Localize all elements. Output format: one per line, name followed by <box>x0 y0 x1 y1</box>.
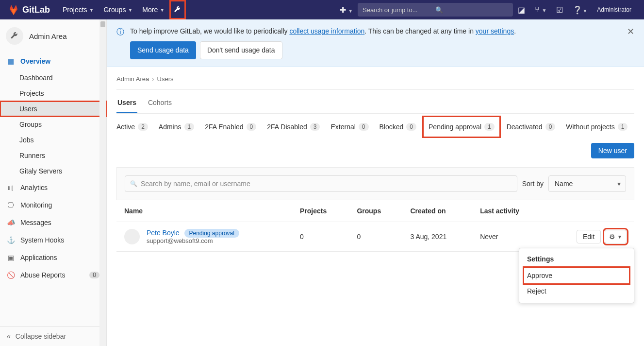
dont-send-usage-button[interactable]: Don't send usage data <box>200 41 282 59</box>
send-usage-button[interactable]: Send usage data <box>130 41 196 59</box>
megaphone-icon: 📣 <box>7 219 15 226</box>
overview-icon: ▦ <box>7 57 15 65</box>
pending-badge: Pending approval <box>184 229 239 238</box>
global-search[interactable]: Search or jump to... 🔍 <box>358 3 513 17</box>
search-icon: 🔍 <box>435 6 508 14</box>
cell-last: Never <box>472 222 546 252</box>
apps-icon: ▣ <box>7 254 15 261</box>
filter-pending-approval[interactable]: Pending approval1 <box>422 116 501 138</box>
merge-icon[interactable]: ⑂ ▼ <box>530 5 551 14</box>
analytics-icon: ⫾⫿ <box>7 184 15 191</box>
abuse-icon: 🚫 <box>7 271 15 279</box>
sidebar-hooks[interactable]: ⚓System Hooks <box>0 231 106 249</box>
sidebar-dashboard[interactable]: Dashboard <box>0 70 106 86</box>
admin-wrench-icon[interactable] <box>169 0 186 19</box>
approve-item[interactable]: Approve <box>524 268 629 283</box>
brand-label: GitLab <box>22 5 50 15</box>
sidebar-abuse[interactable]: 🚫Abuse Reports0 <box>0 266 106 284</box>
table-row: Pete Boyle Pending approval support@webs… <box>116 222 634 252</box>
filter-blocked[interactable]: Blocked0 <box>380 123 417 131</box>
filter-admins[interactable]: Admins1 <box>159 123 194 131</box>
plus-icon[interactable]: ✚ ▼ <box>335 5 358 15</box>
filter-2fa-disabled[interactable]: 2FA Disabled3 <box>267 123 320 131</box>
nav-groups[interactable]: Groups▼ <box>99 0 137 19</box>
filter-external[interactable]: External0 <box>330 123 368 131</box>
search-placeholder: Search or jump to... <box>363 6 435 14</box>
sidebar-title: Admin Area <box>29 32 67 40</box>
info-icon: ⓘ <box>116 27 124 37</box>
filter-deactivated[interactable]: Deactivated0 <box>507 123 556 131</box>
sidebar-analytics[interactable]: ⫾⫿Analytics <box>0 179 106 196</box>
sidebar-projects[interactable]: Projects <box>0 86 106 101</box>
chevron-down-icon: ▼ <box>160 7 165 13</box>
sidebar-users[interactable]: Users <box>0 101 106 117</box>
user-search-input[interactable]: Search by name, email or username <box>125 175 517 192</box>
reject-item[interactable]: Reject <box>519 283 634 299</box>
close-banner-icon[interactable]: ✕ <box>627 26 634 37</box>
filter-without-projects[interactable]: Without projects1 <box>566 123 627 131</box>
user-menu[interactable]: Administrator <box>592 6 636 13</box>
issues-icon[interactable]: ◪ <box>513 5 530 15</box>
cell-projects: 0 <box>292 222 349 252</box>
hook-icon: ⚓ <box>7 236 15 244</box>
avatar <box>124 229 140 244</box>
user-email: support@websoft9.com <box>147 237 213 244</box>
new-user-button[interactable]: New user <box>591 143 634 158</box>
crumb-admin[interactable]: Admin Area <box>116 75 149 83</box>
edit-button[interactable]: Edit <box>577 230 601 243</box>
sidebar-runners[interactable]: Runners <box>0 148 106 163</box>
sidebar-jobs[interactable]: Jobs <box>0 132 106 148</box>
cell-created: 3 Aug, 2021 <box>402 222 472 252</box>
sidebar-gitaly[interactable]: Gitaly Servers <box>0 163 106 179</box>
sidebar-groups[interactable]: Groups <box>0 117 106 132</box>
breadcrumb: Admin Area›Users <box>116 72 634 90</box>
sort-label: Sort by <box>522 180 544 188</box>
abuse-count: 0 <box>89 272 99 278</box>
your-settings-link[interactable]: your settings <box>476 27 514 35</box>
sidebar-messages[interactable]: 📣Messages <box>0 214 106 231</box>
gitlab-logo[interactable]: GitLab <box>8 4 50 16</box>
col-name: Name <box>116 200 292 222</box>
sidebar-overview[interactable]: ▦Overview <box>0 52 106 70</box>
chevron-down-icon: ▼ <box>89 7 94 13</box>
filter-active[interactable]: Active2 <box>116 123 148 131</box>
collect-usage-link[interactable]: collect usage information <box>289 27 364 35</box>
col-created: Created on <box>402 200 472 222</box>
sort-select[interactable]: Name <box>548 175 626 192</box>
sidebar-apps[interactable]: ▣Applications <box>0 249 106 266</box>
user-name-link[interactable]: Pete Boyle <box>147 229 180 237</box>
tab-cohorts[interactable]: Cohorts <box>147 93 173 113</box>
filter-2fa-enabled[interactable]: 2FA Enabled0 <box>205 123 256 131</box>
sidebar-monitoring[interactable]: 🖵Monitoring <box>0 196 106 214</box>
user-settings-gear[interactable]: ⚙▼ <box>605 230 627 243</box>
nav-more[interactable]: More▼ <box>137 0 169 19</box>
admin-area-icon <box>6 27 23 45</box>
help-icon[interactable]: ❔▼ <box>568 5 592 15</box>
col-groups: Groups <box>349 200 402 222</box>
banner-text: To help improve GitLab, we would like to… <box>130 27 516 35</box>
gear-icon: ⚙ <box>609 233 615 241</box>
tab-users[interactable]: Users <box>116 93 137 113</box>
monitor-icon: 🖵 <box>7 201 15 209</box>
chevron-down-icon: ▼ <box>128 7 132 13</box>
collapse-icon: « <box>7 332 11 340</box>
nav-projects[interactable]: Projects▼ <box>58 0 99 19</box>
crumb-users: Users <box>157 75 174 83</box>
collapse-sidebar[interactable]: «Collapse sidebar <box>0 326 106 346</box>
col-projects: Projects <box>292 200 349 222</box>
todo-icon[interactable]: ☑ <box>551 5 568 15</box>
cell-groups: 0 <box>349 222 402 252</box>
dropdown-title: Settings <box>519 252 634 268</box>
col-last: Last activity <box>472 200 546 222</box>
chevron-down-icon: ▼ <box>617 234 622 240</box>
settings-dropdown: Settings Approve Reject <box>519 248 634 303</box>
